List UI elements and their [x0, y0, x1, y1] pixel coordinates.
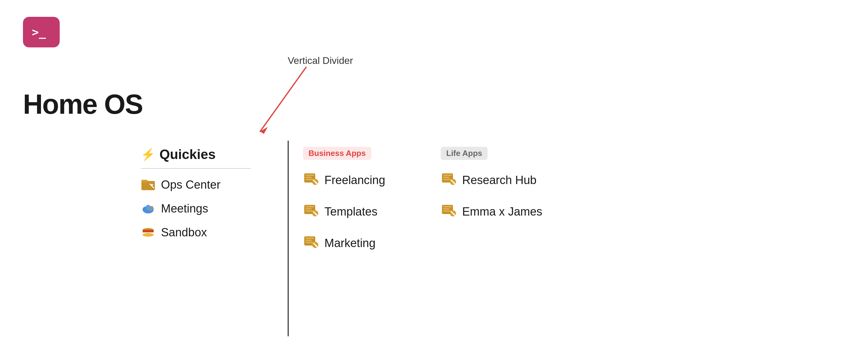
freelancing-label: Freelancing: [324, 174, 385, 187]
svg-rect-18: [306, 177, 312, 178]
svg-rect-26: [306, 210, 313, 212]
logo-container: >_: [23, 17, 60, 47]
quickies-section: ⚡ Quickies Ops Center: [141, 147, 251, 249]
svg-text:>_: >_: [32, 25, 46, 39]
quickies-divider: [141, 168, 251, 169]
sandbox-label: Sandbox: [161, 226, 207, 239]
annotation-arrow: [251, 55, 312, 141]
svg-rect-45: [443, 206, 452, 207]
emma-james-icon: [441, 202, 457, 221]
meetings-icon: [141, 201, 155, 216]
svg-rect-24: [306, 206, 314, 207]
business-apps-label: Business Apps: [303, 147, 371, 160]
app-item-research-hub[interactable]: Research Hub: [441, 171, 542, 189]
app-logo[interactable]: >_: [23, 17, 60, 47]
vertical-divider-line: [288, 141, 289, 336]
svg-rect-46: [443, 208, 449, 209]
business-apps-section: Business Apps Freelancing: [303, 147, 385, 266]
svg-rect-47: [443, 210, 451, 212]
svg-rect-32: [306, 240, 312, 241]
meetings-label: Meetings: [161, 202, 208, 215]
marketing-icon: [303, 234, 319, 252]
menu-item-sandbox[interactable]: Sandbox: [141, 225, 251, 240]
sandbox-icon: [141, 225, 155, 240]
app-item-templates[interactable]: Templates: [303, 202, 385, 221]
business-apps-badge: Business Apps: [303, 147, 385, 171]
svg-rect-4: [142, 180, 148, 182]
svg-rect-25: [306, 208, 312, 209]
app-item-emma-james[interactable]: Emma x James: [441, 202, 542, 221]
menu-item-meetings[interactable]: Meetings: [141, 201, 251, 216]
research-hub-label: Research Hub: [462, 174, 536, 187]
svg-rect-14: [143, 230, 154, 232]
svg-rect-33: [306, 242, 313, 243]
menu-item-ops-center[interactable]: Ops Center: [141, 177, 251, 192]
svg-rect-40: [443, 179, 451, 180]
life-apps-label: Life Apps: [441, 147, 488, 160]
app-item-freelancing[interactable]: Freelancing: [303, 171, 385, 189]
life-apps-section: Life Apps Research Hub: [441, 147, 542, 234]
svg-point-15: [143, 233, 154, 237]
page-title: Home OS: [23, 89, 143, 120]
ops-center-label: Ops Center: [161, 178, 220, 191]
marketing-label: Marketing: [324, 237, 376, 250]
svg-rect-39: [443, 177, 449, 178]
templates-icon: [303, 202, 319, 221]
emma-james-label: Emma x James: [462, 205, 542, 218]
svg-rect-17: [306, 175, 314, 176]
svg-rect-38: [443, 175, 452, 176]
quickies-header: ⚡ Quickies: [141, 147, 251, 162]
app-item-marketing[interactable]: Marketing: [303, 234, 385, 252]
life-apps-badge-container: Life Apps: [441, 147, 542, 171]
svg-line-1: [260, 67, 306, 132]
ops-center-icon: [141, 177, 155, 192]
templates-label: Templates: [324, 205, 377, 218]
svg-rect-19: [306, 179, 313, 180]
svg-rect-3: [142, 181, 155, 190]
quickies-icon: ⚡: [141, 149, 155, 160]
research-hub-icon: [441, 171, 457, 189]
svg-rect-31: [306, 238, 314, 239]
freelancing-icon: [303, 171, 319, 189]
quickies-title: Quickies: [159, 147, 215, 162]
